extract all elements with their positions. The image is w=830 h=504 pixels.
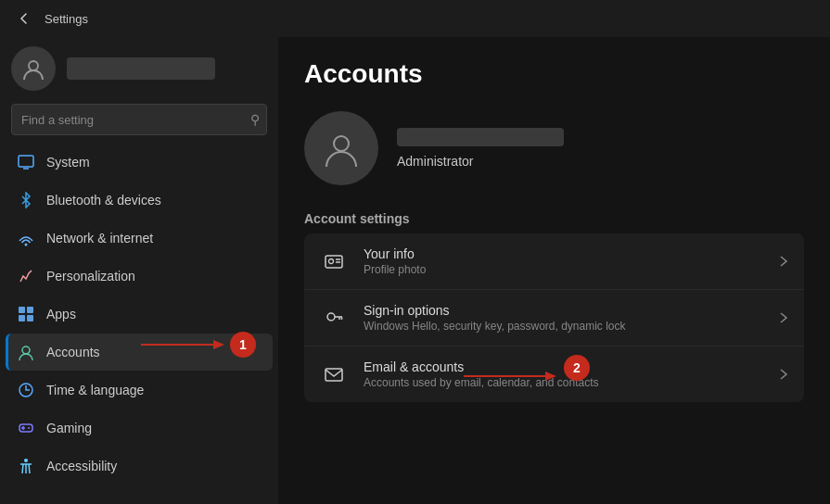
svg-rect-4 <box>19 307 25 313</box>
nav-label-system: System <box>46 155 90 170</box>
nav-icon-bluetooth <box>17 191 35 209</box>
nav-list: System Bluetooth & devices Network & int… <box>0 143 278 485</box>
search-icon: ⚲ <box>250 112 260 127</box>
nav-label-personalization: Personalization <box>46 269 135 284</box>
account-settings-label: Account settings <box>304 211 804 226</box>
nav-icon-time <box>17 381 35 399</box>
svg-marker-29 <box>545 372 556 381</box>
sidebar-item-network[interactable]: Network & internet <box>6 220 273 257</box>
svg-point-0 <box>29 61 38 70</box>
svg-point-3 <box>25 244 28 246</box>
step-badge-1: 1 <box>230 332 256 358</box>
account-admin-label: Administrator <box>397 154 564 169</box>
search-input[interactable] <box>11 104 267 135</box>
account-name-placeholder <box>397 128 564 146</box>
nav-label-bluetooth: Bluetooth & devices <box>46 193 161 208</box>
account-info: Administrator <box>397 128 564 169</box>
svg-point-16 <box>334 136 349 151</box>
svg-point-8 <box>22 346 30 354</box>
nav-label-accounts: Accounts <box>46 345 100 359</box>
row-icon-your-info <box>319 246 349 276</box>
sidebar-username-placeholder <box>67 57 215 80</box>
window-title: Settings <box>45 12 88 26</box>
sidebar-item-accessibility[interactable]: Accessibility <box>6 447 273 485</box>
row-sublabel-your-info: Profile photo <box>364 263 426 276</box>
sidebar-user-avatar <box>11 46 56 91</box>
sidebar-item-personalization[interactable]: Personalization <box>6 258 273 295</box>
row-text-signin-options: Sign-in options Windows Hello, security … <box>364 303 626 333</box>
svg-marker-27 <box>213 340 224 349</box>
row-label-signin-options: Sign-in options <box>364 303 626 318</box>
nav-label-network: Network & internet <box>46 231 153 246</box>
sidebar-item-bluetooth[interactable]: Bluetooth & devices <box>6 182 273 219</box>
nav-icon-gaming <box>17 419 35 437</box>
chevron-right-icon <box>778 312 789 323</box>
page-title: Accounts <box>304 59 804 89</box>
nav-label-gaming: Gaming <box>46 421 92 435</box>
sidebar-item-gaming[interactable]: Gaming <box>6 410 273 447</box>
step-badge-2: 2 <box>564 355 590 381</box>
nav-label-accessibility: Accessibility <box>46 459 117 473</box>
sidebar-item-system[interactable]: System <box>6 144 273 181</box>
nav-icon-apps <box>17 305 35 323</box>
nav-label-time: Time & language <box>46 383 144 397</box>
svg-point-13 <box>28 427 30 429</box>
account-avatar <box>304 111 378 185</box>
svg-point-21 <box>327 313 335 321</box>
svg-point-18 <box>329 259 334 264</box>
row-sublabel-signin-options: Windows Hello, security key, password, d… <box>364 320 626 333</box>
svg-rect-6 <box>19 315 25 321</box>
content-area: Accounts Administrator Account settings … <box>278 37 830 504</box>
nav-icon-network <box>17 229 35 247</box>
back-button[interactable] <box>11 6 37 32</box>
svg-rect-5 <box>27 307 33 313</box>
nav-icon-accessibility <box>17 457 35 475</box>
row-label-your-info: Your info <box>364 246 426 261</box>
title-bar: Settings <box>0 0 830 37</box>
nav-icon-personalization <box>17 267 35 285</box>
nav-label-apps: Apps <box>46 307 76 321</box>
row-icon-email-accounts <box>319 359 349 389</box>
nav-icon-system <box>17 153 35 171</box>
svg-rect-7 <box>27 315 33 321</box>
chevron-right-icon <box>778 256 789 267</box>
sidebar-item-time[interactable]: Time & language <box>6 372 273 409</box>
sidebar-item-apps[interactable]: Apps <box>6 296 273 333</box>
svg-rect-25 <box>326 369 342 381</box>
arrow-1 <box>141 335 224 354</box>
chevron-right-icon <box>778 369 789 380</box>
sidebar: ⚲ System Bluetooth & devices Network & i… <box>0 37 278 504</box>
app-body: ⚲ System Bluetooth & devices Network & i… <box>0 37 830 504</box>
nav-icon-accounts <box>17 343 35 361</box>
account-profile: Administrator <box>304 111 804 185</box>
row-text-your-info: Your info Profile photo <box>364 246 426 276</box>
sidebar-user-block <box>0 37 278 104</box>
arrow-2 <box>464 367 556 385</box>
settings-row-your-info[interactable]: Your info Profile photo <box>304 233 804 290</box>
settings-row-signin-options[interactable]: Sign-in options Windows Hello, security … <box>304 290 804 346</box>
svg-point-14 <box>24 459 28 462</box>
row-icon-signin-options <box>319 303 349 333</box>
svg-rect-1 <box>19 156 33 167</box>
sidebar-search-container: ⚲ <box>11 104 267 135</box>
